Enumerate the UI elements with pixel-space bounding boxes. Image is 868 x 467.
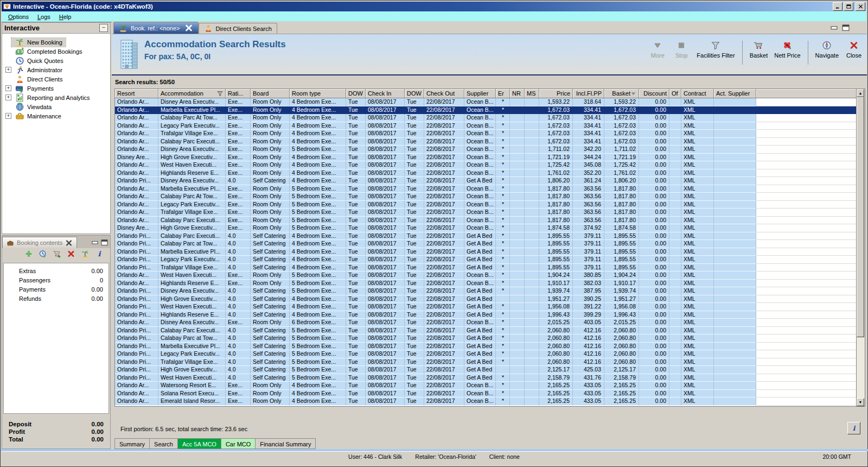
expand-icon[interactable]: + — [5, 85, 11, 91]
sidebar-item-quick-quotes[interactable]: Quick Quotes — [2, 56, 110, 65]
tab-direct-clients-search[interactable]: Direct Clients Search — [199, 23, 277, 34]
column-header-check_in[interactable]: Check In — [366, 89, 405, 98]
close-button[interactable] — [856, 2, 865, 11]
expand-icon[interactable]: + — [5, 94, 11, 100]
scroll-down-button[interactable]: ▼ — [857, 398, 864, 406]
bottom-tab-car-mco[interactable]: Car MCO — [221, 438, 256, 449]
move-to-basket-button[interactable] — [53, 250, 61, 260]
table-row[interactable]: Orlando Ar...Calabay Parc At Tow...Exe..… — [115, 114, 856, 122]
column-header-of[interactable]: Of — [669, 89, 681, 98]
column-header-basket[interactable]: Basket — [604, 89, 639, 98]
sidebar-item-completed-bookings[interactable]: Completed Bookings — [2, 47, 110, 56]
table-row[interactable]: Orlando Ar...West Haven Executi...Exe...… — [115, 161, 856, 169]
column-header-contract[interactable]: Contract — [681, 89, 714, 98]
column-header-discount[interactable]: Discount — [639, 89, 669, 98]
table-row[interactable]: Orlando Ar...Calabay Parc At Tow...Exe..… — [115, 193, 856, 201]
add-button[interactable] — [24, 250, 33, 260]
scroll-up-button[interactable]: ▲ — [857, 89, 864, 97]
facilities-filter-button[interactable]: Facilities Filter — [697, 41, 735, 65]
navigate-button[interactable]: Navigate — [815, 41, 839, 65]
table-row[interactable]: Orlando Pri...West Haven Executi...4.0Se… — [115, 374, 856, 382]
table-row[interactable]: Orlando Ar...Highlands Reserve E...Exe..… — [115, 169, 856, 178]
table-row[interactable]: Orlando Pri...Legacy Park Executiv...4.0… — [115, 256, 856, 264]
table-row[interactable]: Disney Are...High Grove Executiv...Exe..… — [115, 154, 856, 162]
column-header-dow_in[interactable]: DOW — [346, 89, 366, 98]
booking-row-extras[interactable]: Extras0.00 — [4, 266, 108, 275]
column-header-board[interactable]: Board — [251, 89, 290, 98]
column-header-check_out[interactable]: Check Out — [424, 89, 464, 98]
sidebar-item-administrator[interactable]: +Administrator — [2, 65, 110, 74]
column-header-resort[interactable]: Resort — [115, 89, 158, 98]
table-row[interactable]: Orlando Ar...Emerald Island Resor...Exe.… — [115, 397, 856, 406]
table-row[interactable]: Orlando Pri...Calabay Parc at Tow...4.0S… — [115, 240, 856, 248]
filter-icon[interactable] — [217, 91, 223, 97]
sidebar-item-reporting-and-analytics[interactable]: +Reporting and Analytics — [2, 93, 110, 102]
table-row[interactable]: Orlando Ar...Legacy Park Executiv...Exe.… — [115, 201, 856, 209]
table-row[interactable]: Orlando Ar...Disney Area Executiv...Exe.… — [115, 146, 856, 154]
table-row[interactable]: Orlando Pri...Legacy Park Executiv...4.0… — [115, 350, 856, 358]
table-row[interactable]: Orlando Ar...Solana Resort Execu...Exe..… — [115, 390, 856, 398]
tab-close-icon[interactable] — [184, 24, 193, 32]
nett-price-button[interactable]: Nett Price — [774, 41, 800, 65]
info-button[interactable]: i — [847, 422, 860, 434]
bottom-tab-summary[interactable]: Summary — [114, 438, 150, 449]
table-row[interactable]: Orlando Ar...Disney Area Executiv...Exe.… — [115, 98, 856, 106]
column-header-room_type[interactable]: Room type — [290, 89, 346, 98]
close-panel-icon[interactable] — [65, 239, 73, 247]
sidebar-collapse-button[interactable]: – — [99, 24, 108, 32]
table-row[interactable]: Orlando Pri...High Grove Executiv...4.0S… — [115, 295, 856, 304]
booking-row-refunds[interactable]: Refunds0.00 — [4, 294, 108, 303]
table-row[interactable]: Orlando Pri...Disney Area Executiv...4.0… — [115, 287, 856, 295]
column-header-act_supplier[interactable]: Act. Supplier — [714, 89, 756, 98]
table-row[interactable]: Orlando Ar...Watersong Resort E...Exe...… — [115, 382, 856, 390]
maximize-button[interactable] — [844, 2, 853, 11]
panel-minimize-icon[interactable] — [92, 239, 99, 245]
more-button[interactable]: More — [649, 41, 666, 65]
table-row[interactable]: Orlando Pri...Calabay Parc Executi...4.0… — [115, 232, 856, 241]
table-row[interactable]: Orlando Ar...Marbella Executive Pl...Exe… — [115, 106, 856, 115]
table-row[interactable]: Orlando Ar...West Haven Executi...Exe...… — [115, 272, 856, 280]
bottom-tab-search[interactable]: Search — [150, 438, 178, 449]
table-row[interactable]: Orlando Pri...Calabay Parc Executi...4.0… — [115, 327, 856, 335]
table-row[interactable]: Orlando Pri...Highlands Reserve E...4.0S… — [115, 311, 856, 319]
table-row[interactable]: Orlando Pri...West Haven Executi...4.0Se… — [115, 303, 856, 311]
menu-logs[interactable]: Logs — [33, 12, 55, 21]
table-row[interactable]: Orlando Pri...High Grove Executiv...4.0S… — [115, 366, 856, 374]
column-header-nr[interactable]: NR — [510, 89, 525, 98]
column-header-dow_out[interactable]: DOW — [405, 89, 424, 98]
table-row[interactable]: Orlando Pri...Marbella Executive Pl...4.… — [115, 248, 856, 256]
table-row[interactable]: Orlando Pri...Marbella Executive Pl...4.… — [115, 343, 856, 351]
table-row[interactable]: Orlando Ar...Trafalgar Village Exe...Exe… — [115, 130, 856, 138]
info-button[interactable]: i — [95, 250, 104, 260]
close-button[interactable]: Close — [845, 41, 863, 65]
table-row[interactable]: Orlando Pri...Trafalgar Village Exe...4.… — [115, 358, 856, 367]
table-row[interactable]: Orlando Pri...Disney Area Executiv...4.0… — [115, 177, 856, 185]
stop-button[interactable]: Stop — [673, 41, 690, 65]
scrollbar-thumb[interactable] — [857, 97, 864, 337]
table-row[interactable]: Orlando Ar...Trafalgar Village Exe...Exe… — [115, 209, 856, 217]
table-row[interactable]: Orlando Ar...Marbella Executive Pl...Exe… — [115, 185, 856, 193]
table-row[interactable]: Orlando Pri...Trafalgar Village Exe...4.… — [115, 264, 856, 272]
panel-maximize-icon[interactable] — [101, 239, 108, 245]
table-row[interactable]: Disney Are...High Grove Executiv...Exe..… — [115, 224, 856, 232]
menu-help[interactable]: Help — [55, 12, 76, 21]
column-header-ms[interactable]: MS — [525, 89, 539, 98]
bottom-tab-acc-5a-mco[interactable]: Acc 5A MCO — [178, 438, 221, 449]
expand-icon[interactable]: + — [5, 67, 11, 73]
expand-icon[interactable]: + — [5, 113, 11, 119]
booking-contents-tab[interactable]: Booking contents — [2, 237, 77, 248]
table-row[interactable]: Orlando Ar...Calabay Parc Executi...Exe.… — [115, 217, 856, 225]
holiday-button[interactable] — [81, 250, 90, 260]
bottom-tab-financial-summary[interactable]: Financial Summary — [256, 438, 316, 449]
sidebar-item-direct-clients[interactable]: Direct Clients — [2, 74, 110, 84]
column-header-er[interactable]: Er — [496, 89, 510, 98]
sidebar-item-new-booking[interactable]: New Booking — [2, 37, 110, 47]
table-row[interactable]: Orlando Ar...Disney Area Executiv...Exe.… — [115, 319, 856, 327]
basket-button[interactable]: Basket — [750, 41, 768, 65]
vertical-scrollbar[interactable]: ▲ ▼ — [856, 89, 865, 406]
table-row[interactable]: Orlando Ar...Legacy Park Executiv...Exe.… — [115, 122, 856, 130]
table-row[interactable]: Orlando Ar...Calabay Parc Executi...Exe.… — [115, 138, 856, 146]
booking-row-passengers[interactable]: Passengers0 — [4, 275, 108, 285]
menu-options[interactable]: Options — [4, 12, 33, 21]
column-header-rating[interactable]: Rati... — [226, 89, 251, 98]
